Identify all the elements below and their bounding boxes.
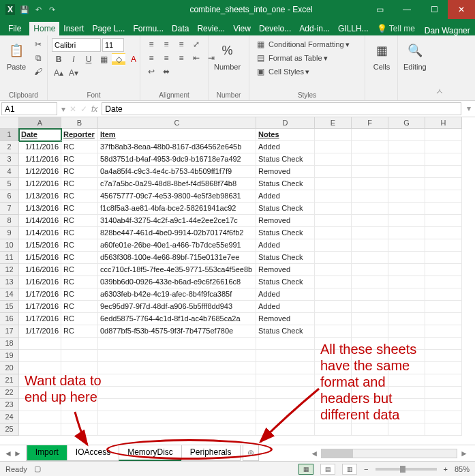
cell-date[interactable]: 1/15/2016 — [19, 239, 61, 252]
cell-empty[interactable] — [388, 153, 425, 166]
cell-empty[interactable] — [425, 153, 462, 166]
cell-empty[interactable] — [352, 227, 388, 239]
cell-empty[interactable] — [425, 411, 462, 423]
cell-empty[interactable] — [352, 362, 388, 374]
cell-empty[interactable] — [425, 190, 462, 203]
cell[interactable]: Reporter — [61, 129, 98, 141]
cell-date[interactable]: 1/12/2016 — [19, 178, 61, 190]
name-box[interactable] — [1, 102, 57, 115]
increase-font-icon[interactable]: A▴ — [52, 67, 65, 79]
cell-item[interactable]: 039bb6d0-0926-433e-b6ad-e9c6f26616c8 — [98, 276, 256, 288]
cell-date[interactable]: 1/13/2016 — [19, 203, 61, 215]
tell-me[interactable]: 💡 Tell me — [373, 22, 419, 35]
horizontal-scrollbar[interactable] — [321, 449, 457, 458]
row-header[interactable]: 18 — [0, 338, 19, 350]
cell-empty[interactable] — [315, 178, 352, 190]
cell-empty[interactable] — [352, 264, 388, 276]
cell-empty[interactable] — [352, 215, 388, 227]
column-header[interactable]: E — [315, 117, 352, 129]
cell-item[interactable]: 0a4a85f4-c9c3-4e4c-b753-4b509ff1f7f9 — [98, 166, 256, 178]
cell-empty[interactable] — [19, 362, 61, 374]
column-header[interactable]: F — [352, 117, 388, 129]
cell-empty[interactable] — [425, 264, 462, 276]
cell-empty[interactable] — [425, 338, 462, 350]
zoom-in-icon[interactable]: + — [444, 465, 448, 473]
cell-empty[interactable] — [352, 301, 388, 313]
cell-empty[interactable] — [425, 141, 462, 153]
tab-gillh[interactable]: GILLH... — [334, 22, 373, 35]
border-button[interactable]: ▦ — [97, 53, 110, 65]
copy-icon[interactable]: ⧉ — [31, 52, 45, 64]
row-header[interactable]: 19 — [0, 350, 19, 362]
cell-notes[interactable]: Status Check — [256, 252, 315, 264]
cell-empty[interactable] — [352, 411, 388, 423]
cell-item[interactable]: 3140ab4f-3275-4c2f-a9c1-44e2ee2ce17c — [98, 215, 256, 227]
row-header[interactable]: 17 — [0, 325, 19, 338]
row-header[interactable]: 11 — [0, 252, 19, 264]
cell-empty[interactable] — [388, 288, 425, 301]
cell-item[interactable]: f1c8f5a3-ae81-4bfa-bce2-58261941ac92 — [98, 203, 256, 215]
cell-item[interactable]: ccc710cf-18f5-7fee-4e35-9771-553ca4f5ee8… — [98, 264, 256, 276]
cell-empty[interactable] — [19, 374, 61, 387]
cell-empty[interactable] — [425, 178, 462, 190]
tab-page-layout[interactable]: Page L... — [88, 22, 129, 35]
tab-formulas[interactable]: Formu... — [129, 22, 168, 35]
tab-view[interactable]: View — [229, 22, 255, 35]
redo-icon[interactable]: ↷ — [46, 4, 57, 15]
cell-empty[interactable] — [315, 141, 352, 153]
cell-notes[interactable]: Added — [256, 190, 315, 203]
format-as-table-button[interactable]: ▤Format as Table ▾ — [254, 52, 328, 64]
cell-notes[interactable]: Removed — [256, 166, 315, 178]
cell[interactable]: Item — [98, 129, 256, 141]
cell-empty[interactable] — [425, 362, 462, 374]
cell-date[interactable]: 1/11/2016 — [19, 141, 61, 153]
cell-notes[interactable]: Status Check — [256, 227, 315, 239]
formula-bar[interactable] — [102, 102, 461, 115]
cell-empty[interactable] — [98, 338, 256, 350]
cell-empty[interactable] — [388, 301, 425, 313]
cell-empty[interactable] — [425, 374, 462, 387]
cell-empty[interactable] — [98, 411, 256, 423]
cell-empty[interactable] — [425, 399, 462, 411]
tab-data[interactable]: Data — [168, 22, 193, 35]
cell-empty[interactable] — [388, 399, 425, 411]
cell-notes[interactable]: Status Check — [256, 325, 315, 338]
tab-scroll-right-icon[interactable]: ► — [14, 449, 22, 458]
font-size-combo[interactable] — [102, 38, 124, 52]
cell-empty[interactable] — [425, 239, 462, 252]
cell-empty[interactable] — [388, 325, 425, 338]
cell-notes[interactable]: Added — [256, 301, 315, 313]
cell-date[interactable]: 1/14/2016 — [19, 215, 61, 227]
cell-notes[interactable]: Status Check — [256, 203, 315, 215]
cell-empty[interactable] — [256, 387, 315, 399]
cell-reporter[interactable]: RC — [61, 313, 98, 325]
cell-empty[interactable] — [98, 350, 256, 362]
cell-empty[interactable] — [256, 399, 315, 411]
row-header[interactable]: 25 — [0, 423, 19, 436]
row-header[interactable]: 16 — [0, 313, 19, 325]
cell-reporter[interactable]: RC — [61, 301, 98, 313]
cell-empty[interactable] — [315, 239, 352, 252]
cell-empty[interactable] — [61, 338, 98, 350]
cell-empty[interactable] — [256, 374, 315, 387]
cell-date[interactable]: 1/16/2016 — [19, 276, 61, 288]
cell-empty[interactable] — [388, 411, 425, 423]
cell-date[interactable]: 1/14/2016 — [19, 227, 61, 239]
tab-insert[interactable]: Insert — [59, 22, 88, 35]
cell-reporter[interactable]: RC — [61, 264, 98, 276]
zoom-slider[interactable] — [376, 468, 437, 471]
cell-empty[interactable] — [315, 362, 352, 374]
cell-empty[interactable] — [425, 313, 462, 325]
cell-reporter[interactable]: RC — [61, 325, 98, 338]
select-all-corner[interactable] — [0, 117, 19, 129]
tab-home[interactable]: Home — [29, 22, 59, 35]
new-sheet-button[interactable]: ⊕ — [243, 445, 259, 461]
cell-item[interactable]: 828be447-461d-4be0-9914-02b70174f6fb2 — [98, 227, 256, 239]
row-header[interactable]: 4 — [0, 166, 19, 178]
italic-button[interactable]: I — [67, 53, 80, 65]
row-header[interactable]: 15 — [0, 301, 19, 313]
cell-empty[interactable] — [352, 153, 388, 166]
cell-empty[interactable] — [256, 362, 315, 374]
cell-empty[interactable] — [256, 338, 315, 350]
cell-empty[interactable] — [19, 387, 61, 399]
